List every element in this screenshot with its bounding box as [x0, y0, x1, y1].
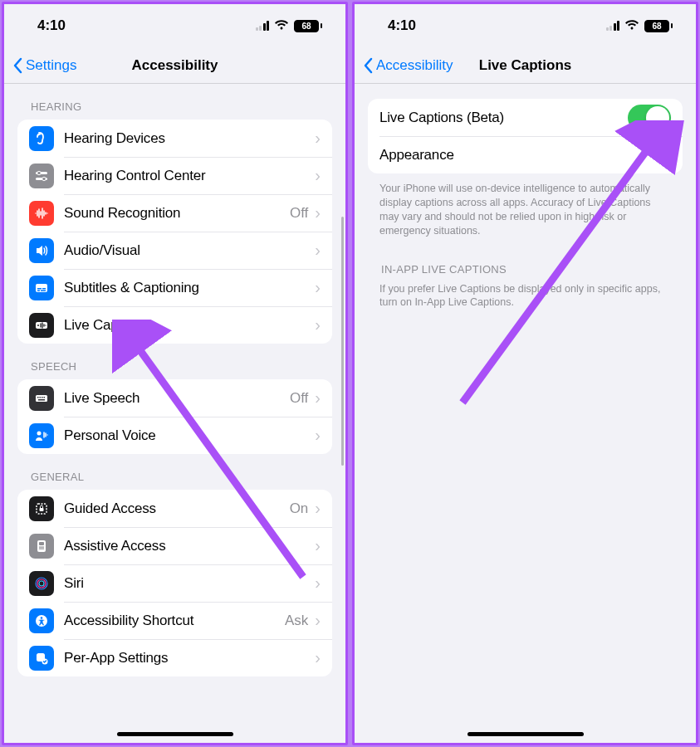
svg-rect-12	[37, 397, 39, 398]
accessibility-shortcut-icon	[29, 608, 54, 633]
scrollbar[interactable]	[341, 217, 344, 466]
per-app-icon	[29, 646, 54, 671]
chevron-right-icon: ›	[315, 574, 321, 593]
svg-point-10	[37, 325, 39, 326]
row-subtitles-captioning[interactable]: Subtitles & Captioning ›	[17, 269, 332, 306]
ear-icon	[29, 126, 54, 151]
battery-icon: 68	[644, 20, 673, 32]
wifi-icon	[274, 17, 289, 34]
status-bar: 4:10 68	[4, 4, 345, 47]
row-label: Subtitles & Captioning	[64, 280, 315, 296]
page-title: Accessibility	[132, 57, 218, 74]
row-value: On	[290, 500, 309, 517]
svg-rect-5	[37, 288, 42, 290]
home-indicator[interactable]	[467, 732, 584, 736]
status-icons: 68	[256, 17, 323, 34]
siri-icon	[29, 571, 54, 596]
row-label: Per-App Settings	[64, 650, 315, 666]
cellular-icon	[256, 21, 270, 31]
row-hearing-devices[interactable]: Hearing Devices ›	[17, 120, 332, 157]
row-siri[interactable]: Siri ›	[17, 564, 332, 602]
svg-rect-11	[36, 395, 47, 402]
svg-point-28	[41, 617, 43, 619]
sliders-icon	[29, 164, 54, 188]
toggle-switch[interactable]	[628, 105, 671, 131]
keyboard-icon	[29, 386, 54, 411]
svg-rect-7	[37, 290, 40, 291]
row-value: Off	[290, 205, 308, 222]
back-label: Accessibility	[376, 57, 453, 74]
home-indicator[interactable]	[117, 732, 233, 736]
chevron-right-icon: ›	[315, 536, 321, 555]
settings-list[interactable]: HEARING Hearing Devices › Hearing Contro…	[4, 84, 345, 743]
row-label: Accessibility Shortcut	[64, 613, 285, 629]
wifi-icon	[624, 17, 639, 34]
row-guided-access[interactable]: Guided Access On ›	[17, 490, 332, 527]
row-appearance[interactable]: Appearance ›	[368, 136, 683, 173]
chevron-right-icon: ›	[315, 166, 321, 185]
section-header-speech: SPEECH	[4, 344, 345, 379]
cellular-icon	[606, 21, 620, 31]
chevron-right-icon: ›	[315, 648, 321, 667]
chevron-left-icon	[363, 57, 373, 74]
status-bar: 4:10 68	[355, 4, 696, 47]
svg-rect-6	[42, 288, 46, 290]
row-label: Live Captions	[64, 317, 315, 334]
row-audio-visual[interactable]: Audio/Visual ›	[17, 232, 332, 269]
section-header-general: GENERAL	[4, 454, 345, 490]
row-hearing-control-center[interactable]: Hearing Control Center ›	[17, 157, 332, 194]
svg-rect-15	[44, 397, 46, 398]
row-label: Appearance	[379, 147, 665, 164]
waveform-icon	[29, 201, 54, 226]
row-accessibility-shortcut[interactable]: Accessibility Shortcut Ask ›	[17, 602, 332, 639]
chevron-right-icon: ›	[315, 388, 321, 408]
group-live-captions: Live Captions (Beta) Appearance ›	[368, 99, 683, 173]
section-header-inapp: IN-APP LIVE CAPTIONS	[355, 247, 696, 282]
page-title: Live Captions	[479, 57, 571, 74]
row-label: Sound Recognition	[64, 205, 290, 222]
row-label: Hearing Devices	[64, 130, 315, 147]
row-value: Ask	[285, 613, 308, 629]
nav-bar: Settings Accessibility	[4, 47, 345, 84]
row-label: Hearing Control Center	[64, 168, 315, 184]
status-time: 4:10	[37, 17, 66, 34]
group-speech: Live Speech Off › Personal Voice ›	[17, 379, 332, 454]
settings-list[interactable]: Live Captions (Beta) Appearance › Your i…	[355, 84, 696, 743]
lock-icon	[29, 496, 54, 521]
group-general: Guided Access On › Assistive Access › Si…	[17, 490, 332, 676]
chevron-right-icon: ›	[315, 611, 321, 630]
row-label: Siri	[64, 575, 315, 592]
footer-text: If you prefer Live Captions be displayed…	[355, 282, 696, 319]
row-live-captions-toggle[interactable]: Live Captions (Beta)	[368, 99, 683, 136]
row-label: Live Speech	[64, 390, 290, 407]
caption-icon	[29, 276, 54, 300]
status-icons: 68	[606, 17, 673, 34]
battery-icon: 68	[294, 20, 322, 32]
nav-bar: Accessibility Live Captions	[355, 47, 696, 84]
footer-text: Your iPhone will use on-device intellige…	[355, 173, 696, 247]
svg-rect-22	[39, 546, 44, 547]
svg-rect-19	[40, 508, 44, 511]
row-live-speech[interactable]: Live Speech Off ›	[17, 379, 332, 417]
row-personal-voice[interactable]: Personal Voice ›	[17, 417, 332, 454]
svg-point-3	[42, 177, 46, 180]
back-button[interactable]: Settings	[4, 57, 76, 74]
row-per-app-settings[interactable]: Per-App Settings ›	[17, 639, 332, 676]
row-label: Live Captions (Beta)	[379, 110, 628, 126]
back-label: Settings	[26, 57, 76, 74]
row-label: Audio/Visual	[64, 242, 315, 259]
svg-rect-13	[40, 397, 42, 398]
svg-point-17	[37, 431, 42, 435]
status-time: 4:10	[388, 17, 416, 34]
phone-left: 4:10 68 Settings Accessibility HEARING	[2, 2, 348, 745]
row-sound-recognition[interactable]: Sound Recognition Off ›	[17, 194, 332, 232]
svg-point-2	[37, 171, 41, 174]
back-button[interactable]: Accessibility	[355, 57, 453, 74]
chevron-right-icon: ›	[315, 241, 321, 260]
row-live-captions[interactable]: Live Captions ›	[17, 306, 332, 344]
chevron-right-icon: ›	[665, 145, 671, 164]
svg-rect-23	[39, 548, 44, 549]
live-captions-icon	[29, 313, 54, 338]
row-assistive-access[interactable]: Assistive Access ›	[17, 527, 332, 564]
chevron-right-icon: ›	[315, 499, 321, 518]
